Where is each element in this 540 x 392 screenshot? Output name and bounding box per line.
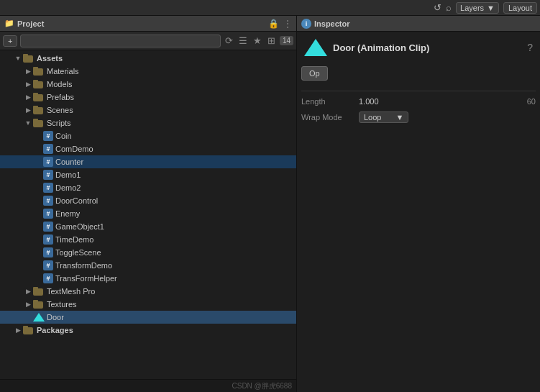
- divider-1: [301, 91, 536, 91]
- tree-item-door[interactable]: Door: [0, 311, 296, 324]
- grid-icon[interactable]: ⊞: [266, 34, 277, 47]
- tree-label-doorcontrol: DoorControl: [55, 196, 98, 205]
- tree-item-textures[interactable]: Textures: [0, 298, 296, 311]
- script-icon-counter: #: [43, 157, 53, 167]
- tree-label-enemy: Enemy: [55, 209, 80, 218]
- add-button[interactable]: +: [3, 35, 17, 47]
- tree-label-transformdemo: TransformDemo: [55, 261, 112, 270]
- expand-arrow-materials[interactable]: [23, 68, 33, 75]
- tree-item-scripts[interactable]: Scripts: [0, 117, 296, 129]
- folder-icon-scenes: [33, 106, 45, 114]
- layers-label: Layers: [460, 4, 484, 12]
- tree-item-comdemo[interactable]: # ComDemo: [0, 142, 296, 155]
- folder-icon-materials: [33, 67, 45, 76]
- folder-icon-packages: [23, 326, 35, 334]
- script-icon-transformdemo: #: [43, 260, 53, 270]
- folder-icon-scripts: [33, 119, 45, 127]
- script-icon-transformhelper: #: [43, 273, 53, 283]
- property-row-length: Length 1.000 60: [301, 94, 536, 109]
- asset-name: Door (Animation Clip): [333, 42, 429, 53]
- bottom-bar: CSDN @胖虎6688: [0, 379, 296, 392]
- tree-label-textures: Textures: [47, 300, 77, 309]
- script-icon-demo1: #: [43, 170, 53, 180]
- tree-label-counter: Counter: [55, 158, 83, 166]
- tree-label-scenes: Scenes: [47, 106, 73, 114]
- wrap-mode-dropdown[interactable]: Loop ▼: [359, 111, 408, 123]
- expand-arrow-prefabs[interactable]: [23, 94, 33, 101]
- tree-item-scenes[interactable]: Scenes: [0, 104, 296, 117]
- length-right-value: 60: [527, 97, 536, 106]
- tree-item-enemy[interactable]: # Enemy: [0, 207, 296, 220]
- tree-item-gameobject1[interactable]: # GameObject1: [0, 220, 296, 233]
- tree-item-prefabs[interactable]: Prefabs: [0, 91, 296, 104]
- folder-icon-models: [33, 80, 45, 88]
- length-label: Length: [301, 97, 359, 106]
- expand-arrow-assets[interactable]: [13, 55, 23, 62]
- tree-item-coin[interactable]: # Coin: [0, 129, 296, 142]
- dots-menu-icon[interactable]: ⋮: [283, 19, 292, 29]
- tree-item-timedemo[interactable]: # TimeDemo: [0, 233, 296, 246]
- script-icon-doorcontrol: #: [43, 196, 53, 206]
- script-icon-demo2: #: [43, 183, 53, 193]
- tree-label-togglescene: ToggleScene: [55, 248, 101, 257]
- folder-icon-assets: [23, 54, 35, 63]
- animation-clip-icon: [304, 39, 327, 56]
- tree-label-materials: Materials: [47, 67, 79, 76]
- tree-item-demo2[interactable]: # Demo2: [0, 181, 296, 194]
- tree-label-gameobject1: GameObject1: [55, 222, 104, 231]
- watermark: CSDN @胖虎6688: [232, 381, 292, 391]
- script-icon-gameobject1: #: [43, 222, 53, 232]
- open-button[interactable]: Op: [301, 66, 328, 81]
- top-bar: ↺ ⌕ Layers ▼ Layout: [0, 0, 540, 16]
- tree-label-packages: Packages: [37, 326, 73, 334]
- tree-item-materials[interactable]: Materials: [0, 65, 296, 78]
- refresh-icon[interactable]: ⟳: [224, 34, 234, 47]
- project-panel-title: Project: [17, 19, 265, 28]
- layout-button[interactable]: Layout: [503, 2, 537, 14]
- tree-item-togglescene[interactable]: # ToggleScene: [0, 246, 296, 259]
- tree-item-models[interactable]: Models: [0, 78, 296, 91]
- tree-item-doorcontrol[interactable]: # DoorControl: [0, 194, 296, 207]
- script-icon-togglescene: #: [43, 247, 53, 257]
- help-icon[interactable]: ?: [527, 42, 533, 53]
- inspector-content: Door (Animation Clip) ? Op Length 1.000 …: [297, 32, 540, 392]
- layers-dropdown[interactable]: Layers ▼: [456, 2, 499, 14]
- expand-arrow-scenes[interactable]: [23, 106, 33, 114]
- expand-arrow-textures[interactable]: [23, 301, 33, 308]
- asset-header: Door (Animation Clip) ?: [301, 36, 536, 59]
- tree-item-transformhelper[interactable]: # TransFormHelper: [0, 272, 296, 285]
- tree-item-transformdemo[interactable]: # TransformDemo: [0, 259, 296, 272]
- project-panel-header: 📁 Project 🔒 ⋮: [0, 16, 296, 32]
- wrap-mode-label[interactable]: Wrap Mode: [301, 113, 359, 122]
- tree-item-textmeshpro[interactable]: TextMesh Pro: [0, 285, 296, 298]
- undo-icon[interactable]: ↺: [434, 2, 441, 13]
- star-icon[interactable]: ★: [252, 34, 263, 47]
- search-input[interactable]: [20, 35, 220, 47]
- expand-arrow-models[interactable]: [23, 81, 33, 88]
- plus-icon: +: [8, 37, 12, 45]
- tree-label-coin: Coin: [55, 132, 72, 140]
- tree-item-packages[interactable]: Packages: [0, 324, 296, 337]
- tree-item-assets[interactable]: Assets: [0, 52, 296, 65]
- tree-label-timedemo: TimeDemo: [55, 235, 93, 244]
- inspector-title: Inspector: [314, 19, 536, 28]
- script-icon-enemy: #: [43, 209, 53, 219]
- search-icon[interactable]: ⌕: [446, 2, 452, 13]
- folder-small-icon: 📁: [4, 19, 14, 28]
- file-count-badge: 14: [280, 36, 293, 45]
- tree-label-assets: Assets: [37, 54, 63, 63]
- animation-icon-door: [33, 313, 45, 322]
- expand-arrow-scripts[interactable]: [23, 119, 33, 127]
- expand-arrow-textmeshpro[interactable]: [23, 288, 33, 295]
- wrap-mode-chevron-icon: ▼: [395, 113, 403, 122]
- layers-chevron-icon: ▼: [487, 4, 495, 12]
- filter-icon[interactable]: ☰: [237, 34, 249, 47]
- tree-item-counter[interactable]: # Counter: [0, 155, 296, 168]
- wrap-mode-value: Loop: [364, 113, 381, 122]
- lock-icon[interactable]: 🔒: [268, 19, 279, 29]
- tree-item-demo1[interactable]: # Demo1: [0, 168, 296, 181]
- project-tree[interactable]: Assets Materials Models: [0, 50, 296, 379]
- tree-label-door: Door: [47, 313, 64, 322]
- expand-arrow-packages[interactable]: [13, 327, 23, 334]
- script-icon-coin: #: [43, 131, 53, 141]
